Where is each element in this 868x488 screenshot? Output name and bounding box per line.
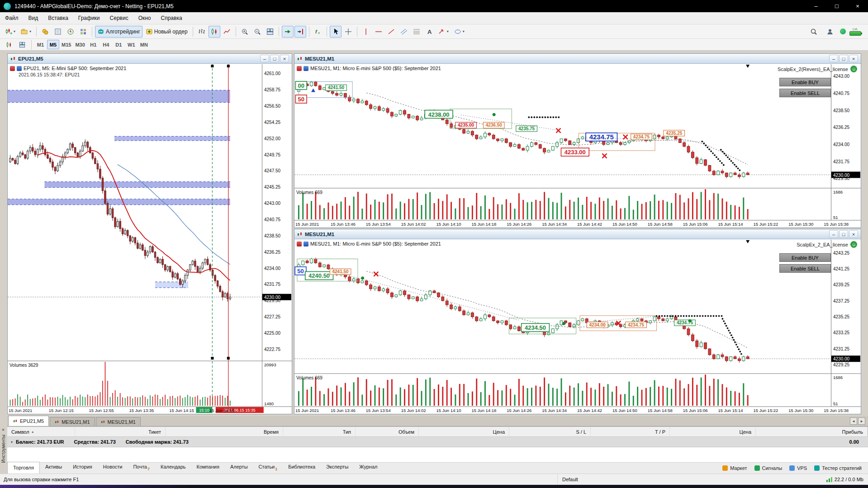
menu-service[interactable]: Сервис xyxy=(105,12,133,24)
chart-close-button[interactable]: × xyxy=(849,55,858,62)
bottom-tab-2[interactable]: История xyxy=(67,462,98,474)
ea-status-icon[interactable]: ☺ xyxy=(850,66,857,72)
algo-trading-button[interactable]: Алготрейдинг xyxy=(95,26,142,38)
candles-button[interactable] xyxy=(209,26,220,38)
window-minimize-button[interactable]: – xyxy=(806,0,826,12)
tf-m15[interactable]: M15 xyxy=(60,40,73,49)
column-header-8[interactable]: Цена xyxy=(670,427,756,436)
chart-canvas-mesu21-m1-top[interactable]: MESU21, M1: Micro E-mini S&P 500 ($5): S… xyxy=(294,64,861,227)
tf-w1[interactable]: W1 xyxy=(125,40,138,49)
menu-file[interactable]: Файл xyxy=(0,12,24,24)
window-close-button[interactable]: × xyxy=(847,0,868,12)
bottom-tab-4[interactable]: Почта7 xyxy=(128,462,155,474)
fibo-button[interactable] xyxy=(411,26,422,38)
toolbox-side-tab[interactable]: Инструменты xyxy=(1,435,6,463)
tf-m30[interactable]: M30 xyxy=(73,40,86,49)
toolbox-button[interactable] xyxy=(77,26,89,38)
data-window-button[interactable] xyxy=(52,26,64,38)
chart-canvas-epu21-m5[interactable]: EPU21, M5: E-Mini S&P 500: September 202… xyxy=(8,64,292,414)
enable-sell-button[interactable]: Enable SELL xyxy=(779,264,831,273)
window-maximize-button[interactable]: □ xyxy=(826,0,847,12)
bars-button[interactable] xyxy=(196,26,208,38)
column-header-7[interactable]: T / P xyxy=(591,427,670,436)
chart-maximize-button[interactable]: □ xyxy=(270,55,279,62)
column-header-9[interactable]: Прибыль xyxy=(756,427,868,436)
market-watch-button[interactable] xyxy=(39,26,51,38)
tf-h1[interactable]: H1 xyxy=(87,40,100,49)
search-button[interactable] xyxy=(808,26,820,38)
chart-minimize-button[interactable]: – xyxy=(260,55,269,62)
quicklink-tester[interactable]: Тестер стратегий xyxy=(814,465,862,471)
account-button[interactable] xyxy=(824,26,836,38)
column-header-6[interactable]: S / L xyxy=(509,427,591,436)
tile-windows-button[interactable] xyxy=(264,26,276,38)
titlebar[interactable]: 1249440 - AMPGlobalEU-Demo: Демо-счет - … xyxy=(0,0,868,12)
auto-scroll-button[interactable] xyxy=(282,26,294,38)
text-button[interactable]: A xyxy=(423,26,435,38)
chart-window-titlebar[interactable]: MESU21,M1 – □ × xyxy=(294,229,861,239)
chart-window-titlebar[interactable]: MESU21,M1 – □ × xyxy=(294,54,861,64)
vline-button[interactable] xyxy=(360,26,372,38)
toolbox-close-icon[interactable]: × xyxy=(2,427,5,432)
trendline-button[interactable] xyxy=(385,26,397,38)
profiles-button[interactable]: ▾ xyxy=(19,26,33,38)
menu-view[interactable]: Вид xyxy=(24,12,43,24)
period-settings-button[interactable] xyxy=(16,39,28,51)
zoom-in-button[interactable] xyxy=(239,26,251,38)
shapes-button[interactable]: ▾ xyxy=(452,26,467,38)
crosshair-button[interactable] xyxy=(342,26,354,38)
hline-button[interactable] xyxy=(373,26,384,38)
chart-tab-epu21-m5[interactable]: EPU21,M5 xyxy=(8,416,49,426)
chart-window-epu21-m5[interactable]: EPU21,M5 – □ × EPU21, M5: E-Mini S&P 500… xyxy=(7,53,292,414)
enable-buy-button[interactable]: Enable BUY xyxy=(779,253,831,262)
tf-m5[interactable]: M5 xyxy=(47,40,59,49)
column-header-0[interactable]: Символ▲ xyxy=(7,427,75,436)
chart-minimize-button[interactable]: – xyxy=(829,230,838,238)
chart-shift-button[interactable] xyxy=(294,26,306,38)
trade-table-body[interactable] xyxy=(7,447,868,462)
collapse-icon[interactable]: ▾ xyxy=(11,440,13,444)
bottom-tab-7[interactable]: Алерты xyxy=(225,462,253,474)
indicators-button[interactable]: fx xyxy=(312,26,324,38)
enable-buy-button[interactable]: Enable BUY xyxy=(779,78,831,86)
bottom-tab-10[interactable]: Эксперты xyxy=(321,462,354,474)
chart-maximize-button[interactable]: □ xyxy=(839,230,848,238)
chart-window-mesu21-m1-top[interactable]: MESU21,M1 – □ × MESU21, M1: Micro E-mini… xyxy=(294,53,861,228)
chart-close-button[interactable]: × xyxy=(849,230,858,238)
bottom-tab-11[interactable]: Журнал xyxy=(354,462,383,474)
new-order-button[interactable]: Новый ордер xyxy=(143,26,190,38)
bottom-tab-6[interactable]: Компания xyxy=(191,462,225,474)
menu-insert[interactable]: Вставка xyxy=(43,12,73,24)
column-header-4[interactable]: Объем xyxy=(356,427,419,436)
line-chart-button[interactable] xyxy=(221,26,233,38)
new-chart-button[interactable]: +▾ xyxy=(3,26,18,38)
tab-scroll-left[interactable]: ◂ xyxy=(850,417,857,425)
chart-close-button[interactable]: × xyxy=(280,55,289,62)
column-header-1[interactable]: Тикет xyxy=(75,427,166,436)
chart-window-mesu21-m1-bottom[interactable]: MESU21,M1 – □ × MESU21, M1: Micro E-mini… xyxy=(294,229,861,414)
tf-h4[interactable]: H4 xyxy=(100,40,112,49)
column-header-5[interactable]: Цена xyxy=(419,427,509,436)
bottom-tab-0[interactable]: Торговля xyxy=(7,462,40,474)
menu-window[interactable]: Окно xyxy=(133,12,156,24)
chart-window-titlebar[interactable]: EPU21,M5 – □ × xyxy=(8,54,292,64)
navigator-button[interactable] xyxy=(65,26,76,38)
column-header-3[interactable]: Тип xyxy=(283,427,356,436)
quicklink-market[interactable]: Маркет xyxy=(722,465,747,471)
tf-d1[interactable]: D1 xyxy=(113,40,125,49)
arrows-button[interactable]: ▾ xyxy=(436,26,451,38)
tf-m1[interactable]: M1 xyxy=(34,40,47,49)
bottom-tab-1[interactable]: Активы xyxy=(40,462,67,474)
chart-minimize-button[interactable]: – xyxy=(829,55,838,62)
cursor-button[interactable] xyxy=(330,26,342,38)
chart-maximize-button[interactable]: □ xyxy=(839,55,848,62)
chart-tab-mesu21-m1[interactable]: MESU21,M1 xyxy=(50,417,95,426)
status-profile[interactable]: Default xyxy=(557,474,578,485)
quicklink-vps[interactable]: VPS xyxy=(789,465,807,471)
bottom-tab-8[interactable]: Статьи1 xyxy=(253,462,283,474)
bottom-tab-9[interactable]: Библиотека xyxy=(283,462,321,474)
ea-status-icon[interactable]: ☺ xyxy=(850,241,857,248)
menu-help[interactable]: Справка xyxy=(156,12,187,24)
tf-mn[interactable]: MN xyxy=(138,40,150,49)
chart-canvas-mesu21-m1-bottom[interactable]: MESU21, M1: Micro E-mini S&P 500 ($5): S… xyxy=(294,240,861,414)
